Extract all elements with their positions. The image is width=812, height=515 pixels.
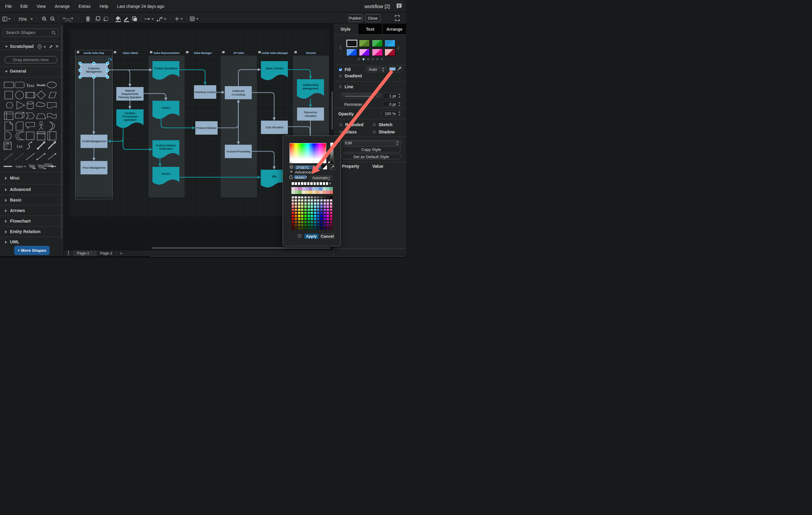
svg-text:Label: Label [30,166,35,169]
svg-text:Sales Admin: Sales Admin [122,51,138,54]
svg-text:Notification: Notification [159,147,172,150]
svg-text:Resources: Resources [304,111,317,114]
svg-text:Product Quotations: Product Quotations [154,66,178,70]
svg-text:Customer: Customer [88,67,99,70]
svg-text:Outbounding: Outbounding [302,83,318,86]
svg-text:Inventory Control: Inventory Control [195,90,215,93]
svg-text:Product Delivery: Product Delivery [156,144,176,147]
svg-text:Item 1: Item 1 [4,144,8,146]
svg-text:Credit Management: Credit Management [82,140,106,143]
svg-text:Procurement: Procurement [122,115,138,118]
svg-text:Target: Target [46,164,52,166]
svg-text:Material: Material [125,89,135,92]
svg-text:Orders: Orders [162,106,170,109]
svg-text:Requirements: Requirements [121,92,139,95]
svg-text:List: List [6,142,9,144]
svg-text:Application: Application [123,118,136,121]
svg-text:Inside Sales Manager: Inside Sales Manager [262,51,288,54]
svg-text:Facilities: Facilities [125,111,136,114]
svg-text:Inside Sales Rep: Inside Sales Rep [83,51,104,54]
svg-text:Item 2: Item 2 [4,146,8,147]
svg-text:Price Management: Price Management [83,166,105,169]
svg-text:Management: Management [86,70,102,73]
svg-text:List: List [17,144,23,148]
svg-text:Sales Contract: Sales Contract [265,67,284,70]
svg-text:Cost Allocation: Cost Allocation [265,126,283,129]
svg-text:Invoice: Invoice [161,172,170,175]
svg-text:Vertical Container: Vertical Container [36,132,46,133]
svg-text:VP Sales: VP Sales [233,51,244,54]
svg-text:Accounting: Accounting [231,93,245,96]
svg-text:Account Processing: Account Processing [226,150,250,153]
svg-text:Item 3: Item 3 [4,147,8,149]
svg-text:Bills: Bills [272,175,277,178]
svg-text:Management: Management [302,87,318,90]
svg-text:75%: 75% [18,17,27,21]
svg-text:Sales Manager: Sales Manager [194,51,212,54]
svg-text:Sales Representative: Sales Representative [153,51,180,54]
svg-text:Allocation: Allocation [304,114,316,117]
svg-text:Label: Label [16,165,23,168]
svg-text:Headin: Headin [37,83,46,86]
svg-text:Director: Director [306,51,316,54]
svg-text:Planning Operation: Planning Operation [118,96,141,99]
svg-text:Text: Text [26,83,34,88]
svg-text:Product Delivery: Product Delivery [196,126,216,129]
svg-text:Outbound: Outbound [232,89,244,92]
